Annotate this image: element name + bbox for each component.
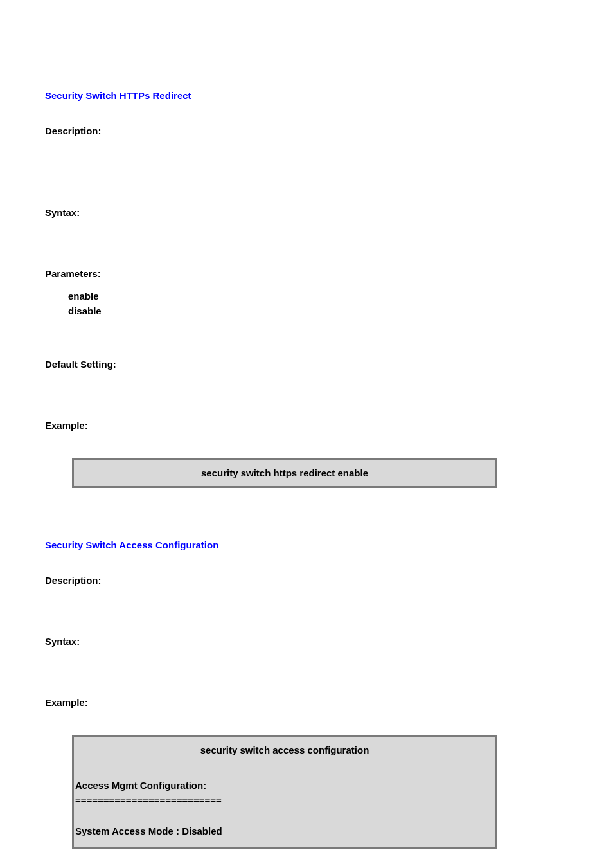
syntax-label: Syntax: [45,636,568,647]
spacer [45,320,568,359]
section-title-https-redirect: Security Switch HTTPs Redirect [45,90,568,101]
spacer [45,442,568,458]
spacer [45,719,568,735]
spacer [45,381,568,420]
output-line: ========================== [75,793,494,808]
description-label: Description: [45,125,568,136]
example-output-box: security switch access configuration Acc… [72,735,497,849]
spacer [45,658,568,697]
spacer [75,808,494,824]
spacer [45,488,568,539]
param-enable: enable [68,291,568,302]
spacer [45,148,568,207]
description-label: Description: [45,575,568,586]
example-label: Example: [45,420,568,431]
param-disable: disable [68,305,568,316]
output-line: System Access Mode : Disabled [75,824,494,839]
default-setting-label: Default Setting: [45,359,568,370]
example-label: Example: [45,697,568,708]
example-command-text: security switch access configuration [75,745,494,755]
example-command-box: security switch https redirect enable [72,458,497,488]
syntax-label: Syntax: [45,207,568,218]
section-title-access-config: Security Switch Access Configuration [45,539,568,550]
document-page: Security Switch HTTPs Redirect Descripti… [0,0,613,868]
parameters-label: Parameters: [45,268,568,279]
example-command-text: security switch https redirect enable [201,467,368,478]
spacer [45,230,568,268]
output-line: Access Mgmt Configuration: [75,779,494,793]
spacer [45,597,568,636]
